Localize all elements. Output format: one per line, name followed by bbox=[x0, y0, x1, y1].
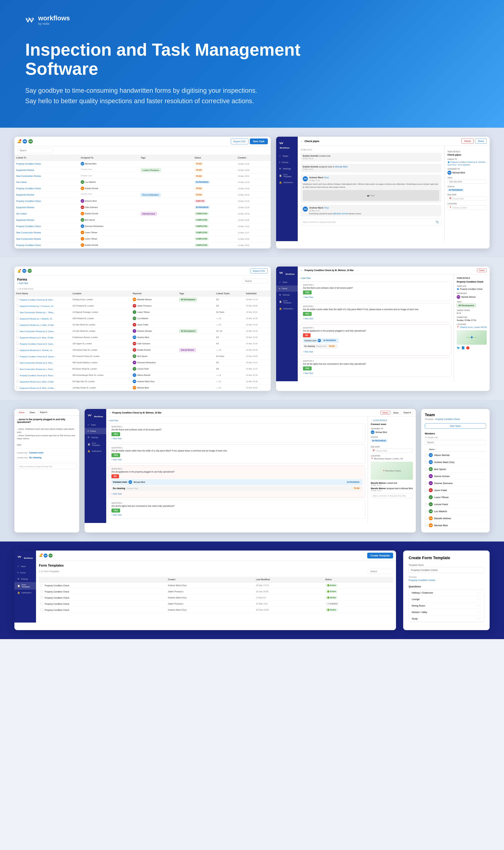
add-task-q2[interactable]: + New Task bbox=[303, 318, 313, 320]
panel-location-value[interactable]: 📍 Choose Location bbox=[448, 206, 487, 210]
sidebar-form-templates-2[interactable]: 📋 Form Templates bbox=[276, 298, 298, 306]
export-form-3[interactable]: Export ▾ bbox=[401, 411, 413, 414]
flyout-comment-input[interactable]: Add a comment or drag and drop files bbox=[17, 464, 77, 469]
delete-form-3[interactable]: Delete bbox=[380, 411, 390, 414]
table-row[interactable]: Equipment Review by A. West, 15 Mar 8 Ha… bbox=[14, 334, 271, 340]
new-team-button[interactable]: New Team bbox=[425, 423, 486, 429]
sidebar-tasks-3[interactable]: ✓ Tasks bbox=[85, 422, 106, 428]
member-checkbox[interactable] bbox=[425, 482, 427, 484]
add-task-q3[interactable]: + New Task bbox=[303, 351, 313, 353]
template-row[interactable]: Property Condition Check Andrew Ward (Yo… bbox=[39, 595, 393, 601]
export-flyout-btn[interactable]: Export ▾ bbox=[38, 410, 49, 414]
table-row[interactable]: Property Condition Check by D. Gutm... 1… bbox=[14, 340, 271, 347]
table-row[interactable]: New Construction Review by D. Zeme... 19… bbox=[14, 328, 271, 334]
task-connect-oven-link[interactable]: Connect oven bbox=[29, 451, 43, 454]
table-row[interactable]: Equipment Review BSBret Sporer COMPLETED… bbox=[14, 217, 271, 223]
team-member-item[interactable]: BS Bret Sporer bbox=[425, 466, 486, 473]
export-csv-button[interactable]: Export CSV bbox=[231, 139, 248, 144]
table-row[interactable]: Property Condition Check ESEstella Schmi… bbox=[14, 185, 271, 192]
forms-search-input[interactable] bbox=[242, 279, 268, 284]
team-member-item[interactable]: DZ Desiree Ziermann bbox=[425, 480, 486, 487]
sidebar-item-form-templates[interactable]: 📋 Form Templates bbox=[276, 172, 298, 179]
sidebar-settings-3[interactable]: ⚙ Settings bbox=[85, 434, 106, 441]
template-row[interactable]: Property Condition Check Andrew Ward (Yo… bbox=[39, 607, 393, 613]
panel-due-value[interactable]: 📅 Choose Date bbox=[448, 196, 487, 201]
new-task-q1-flyout[interactable]: + New Task bbox=[111, 438, 122, 440]
template-row[interactable]: Property Condition Check Jaden Prosacco … bbox=[39, 601, 393, 607]
table-row[interactable]: Not Linked LWLou Waelchi IN PROGRESS 14 … bbox=[14, 179, 271, 185]
team-search-input[interactable] bbox=[425, 440, 486, 445]
new-task-q3-flyout[interactable]: + New Task bbox=[111, 493, 122, 495]
facebook-icon[interactable]: 📘 bbox=[461, 346, 465, 350]
team-member-item[interactable]: LT Leann Tillman bbox=[425, 494, 486, 501]
member-checkbox[interactable] bbox=[425, 510, 427, 513]
delete-form-button[interactable]: Delete bbox=[477, 268, 487, 272]
table-row[interactable]: Property Condition Check AWAntoine West … bbox=[14, 198, 271, 204]
table-row[interactable]: Equipment Review by A. Ward, 13 Mar 82 P… bbox=[14, 378, 271, 385]
sidebar-forms-2[interactable]: ≡ Forms bbox=[276, 285, 298, 292]
sidebar-settings-2[interactable]: ⚙ Settings bbox=[276, 292, 298, 298]
twitter-icon[interactable]: 🐦 bbox=[457, 346, 460, 350]
member-checkbox[interactable] bbox=[425, 503, 427, 506]
team-member-item[interactable]: DG Dennis Grimes bbox=[425, 473, 486, 480]
sidebar-settings-t[interactable]: ⚙ Settings bbox=[14, 576, 36, 582]
sidebar-tasks-t[interactable]: ✓ Tasks bbox=[14, 563, 36, 569]
google-icon[interactable]: 🔴 bbox=[466, 346, 470, 350]
delete-task-button[interactable]: Delete bbox=[462, 139, 474, 144]
sidebar-item-notifications[interactable]: 🔔 Notifications bbox=[276, 179, 298, 186]
drag-handle[interactable]: ⋮⋮ bbox=[476, 591, 481, 594]
share-flyout-btn[interactable]: Share bbox=[28, 410, 37, 414]
team-member-item[interactable]: AR Allison Reichel bbox=[425, 451, 486, 459]
table-row[interactable]: New Construction Review by L. Tillma... … bbox=[14, 309, 271, 315]
drag-handle[interactable]: ⋮⋮ bbox=[476, 598, 481, 601]
team-member-item[interactable]: MB Michael Blick bbox=[425, 522, 486, 529]
table-row[interactable]: New Construction Review LTLeann Tillman … bbox=[14, 236, 271, 242]
sidebar-forms-3[interactable]: ≡ Forms bbox=[85, 428, 106, 434]
sidebar-form-templates-t[interactable]: 📋 Form Templates bbox=[14, 582, 36, 589]
table-row[interactable]: Property Condition Check by M. Weh... Ch… bbox=[14, 296, 271, 303]
team-member-item[interactable]: AW Andrew Ward (You) bbox=[425, 459, 486, 466]
team-member-item[interactable]: JF Jason Fadel bbox=[425, 487, 486, 494]
sidebar-notifs-3[interactable]: 🔔 Notifications bbox=[85, 448, 106, 454]
new-task-q4-flyout[interactable]: + New Task bbox=[111, 514, 122, 516]
add-filter-3[interactable]: + Add Filter bbox=[108, 420, 119, 422]
add-task-q1[interactable]: + New Task bbox=[303, 296, 313, 298]
table-row[interactable]: New Construction Review LTLeann Tillman … bbox=[14, 229, 271, 236]
table-row[interactable]: Equipment Review by J. Waelchi, 15... 10… bbox=[14, 315, 271, 322]
table-row[interactable]: Equipment Review Choose User First Certi… bbox=[14, 192, 271, 198]
drag-handle[interactable]: ⋮⋮ bbox=[476, 617, 481, 620]
table-row[interactable]: Property Condition Check by B. Sporer...… bbox=[14, 353, 271, 359]
team-member-item[interactable]: LF Lenore Feest bbox=[425, 501, 486, 508]
team-member-item[interactable]: LW Lou Waelchi bbox=[425, 508, 486, 515]
drag-handle[interactable]: ⋮⋮ bbox=[476, 604, 481, 607]
member-checkbox[interactable] bbox=[425, 489, 427, 492]
goto-form-link[interactable]: Go to Form · Go to Question bbox=[448, 164, 487, 166]
sidebar-notifs-t[interactable]: 🔔 Notifications bbox=[14, 589, 36, 596]
sidebar-templates-3[interactable]: 📋 Form Templates bbox=[85, 441, 106, 448]
table-row[interactable]: Equipment Review by J. Prosacco, 15... 1… bbox=[14, 303, 271, 309]
drag-handle[interactable]: ⋮⋮ bbox=[476, 611, 481, 614]
table-row[interactable]: Property Condition Check by A. Reich... … bbox=[14, 372, 271, 378]
due-flyout[interactable]: 📅 Choose Date bbox=[371, 448, 413, 453]
sidebar-item-tasks[interactable]: ✓ Tasks bbox=[276, 153, 298, 159]
team-member-item[interactable]: MW Marielle Wehner bbox=[425, 515, 486, 522]
task-do-cleaning-link[interactable]: Do cleaning bbox=[29, 456, 41, 459]
table-row[interactable]: Equipment Review Choose User London Plum… bbox=[14, 167, 271, 173]
share-form-3[interactable]: Share bbox=[391, 411, 400, 414]
member-checkbox[interactable] bbox=[425, 524, 427, 527]
create-template-button[interactable]: Create Template bbox=[367, 553, 393, 559]
table-row[interactable]: Equipment Review by E. Schmitt, 14... 13… bbox=[14, 347, 271, 353]
sidebar-notifications-2[interactable]: 🔔 Notifications bbox=[276, 306, 298, 312]
sidebar-item-forms[interactable]: ≡ Forms bbox=[276, 159, 298, 165]
member-checkbox[interactable] bbox=[425, 468, 427, 471]
new-task-q2-flyout[interactable]: + New Task bbox=[111, 459, 122, 461]
template-row[interactable]: Property Condition Check Jaden Prosacco … bbox=[39, 588, 393, 595]
table-row[interactable]: New Construction Review by D. Rich... 95… bbox=[14, 359, 271, 366]
member-checkbox[interactable] bbox=[425, 496, 427, 498]
table-row[interactable]: New Construction Review by L. Feed... 68… bbox=[14, 366, 271, 372]
sidebar-forms-t[interactable]: ≡ Forms bbox=[14, 569, 36, 576]
close-details-btn[interactable]: ← CLOSE DETAILS bbox=[371, 420, 413, 421]
table-row[interactable]: Not Linked ESEstella Schmitt Internal Is… bbox=[14, 211, 271, 217]
new-task-button[interactable]: New Task bbox=[250, 139, 268, 144]
table-row[interactable]: Property Condition Check ESEstella Schmi… bbox=[14, 242, 271, 248]
